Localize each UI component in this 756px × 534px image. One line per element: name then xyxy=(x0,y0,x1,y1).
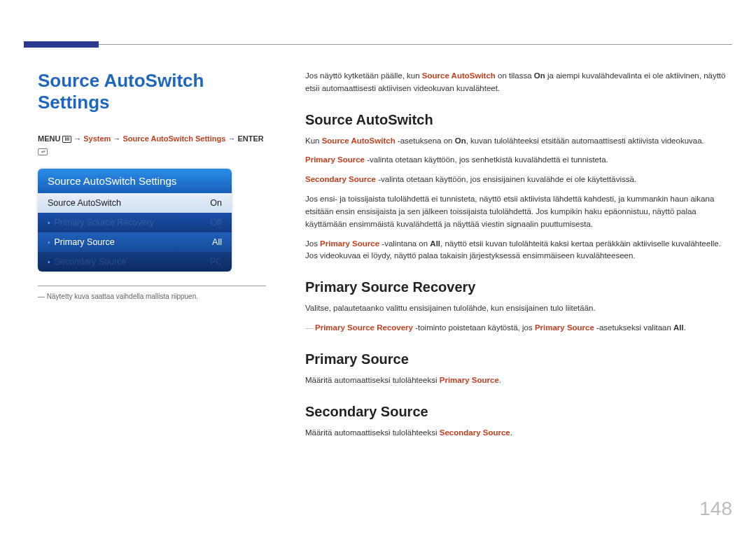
left-divider xyxy=(38,286,266,286)
enter-icon xyxy=(38,147,48,155)
osd-row-secondary[interactable]: •Secondary Source PC xyxy=(38,252,232,272)
para: Jos Primary Source -valintana on All, nä… xyxy=(305,238,732,263)
left-column: Source AutoSwitch Settings MENU III → Sy… xyxy=(38,70,283,446)
para: Määritä automaattiseksi tulolähteeksi Pr… xyxy=(305,374,732,387)
osd-row-label: Source AutoSwitch xyxy=(48,198,121,208)
image-disclaimer: ― Näytetty kuva saattaa vaihdella mallis… xyxy=(38,292,266,302)
top-divider xyxy=(24,44,732,45)
bullet-icon: • xyxy=(48,258,50,266)
para: Secondary Source -valinta otetaan käyttö… xyxy=(305,174,732,186)
heading-primary-source: Primary Source xyxy=(305,351,732,367)
right-column: Jos näyttö kytketään päälle, kun Source … xyxy=(305,70,732,446)
nav-arrow-1: → xyxy=(74,134,83,143)
osd-panel: Source AutoSwitch Settings Source AutoSw… xyxy=(38,169,232,272)
para: Määritä automaattiseksi tulolähteeksi Se… xyxy=(305,427,732,440)
page-content: Source AutoSwitch Settings MENU III → Sy… xyxy=(38,70,732,446)
osd-row-label: •Secondary Source xyxy=(48,257,126,267)
osd-row-value: PC xyxy=(210,257,222,267)
page-number: 148 xyxy=(699,498,732,520)
osd-row-label: •Primary Source Recovery xyxy=(48,218,154,227)
nav-settings: Source AutoSwitch Settings xyxy=(123,134,226,143)
para: Jos ensi- ja toissijaista tulolähdettä e… xyxy=(305,193,732,230)
heading-source-autoswitch: Source AutoSwitch xyxy=(305,112,732,128)
osd-row-recovery[interactable]: •Primary Source Recovery Off xyxy=(38,213,232,232)
osd-header: Source AutoSwitch Settings xyxy=(38,169,232,193)
osd-row-value: On xyxy=(210,198,222,208)
nav-enter-label: ENTER xyxy=(238,134,264,143)
menu-nav-path: MENU III → System → Source AutoSwitch Se… xyxy=(38,133,266,157)
nav-arrow-3: → xyxy=(227,134,237,143)
osd-row-primary[interactable]: •Primary Source All xyxy=(38,232,232,252)
osd-row-label: •Primary Source xyxy=(48,237,115,247)
osd-row-autoswitch[interactable]: Source AutoSwitch On xyxy=(38,193,232,213)
para: Valitse, palautetaanko valittu ensisijai… xyxy=(305,302,732,315)
para: Kun Source AutoSwitch -asetuksena on On,… xyxy=(305,135,732,148)
nav-menu-label: MENU xyxy=(38,134,60,143)
nav-system: System xyxy=(83,134,111,143)
osd-row-value: All xyxy=(212,237,222,247)
menu-icon: III xyxy=(62,136,71,143)
intro-paragraph: Jos näyttö kytketään päälle, kun Source … xyxy=(305,70,732,95)
bullet-icon: • xyxy=(48,219,50,227)
page-title: Source AutoSwitch Settings xyxy=(38,70,266,113)
note-recovery: Primary Source Recovery -toiminto poiste… xyxy=(305,322,732,335)
heading-secondary-source: Secondary Source xyxy=(305,404,732,420)
nav-arrow-2: → xyxy=(113,134,122,143)
heading-primary-recovery: Primary Source Recovery xyxy=(305,279,732,295)
bullet-icon: • xyxy=(48,239,50,246)
osd-row-value: Off xyxy=(211,218,222,227)
para: Primary Source -valinta otetaan käyttöön… xyxy=(305,154,732,167)
